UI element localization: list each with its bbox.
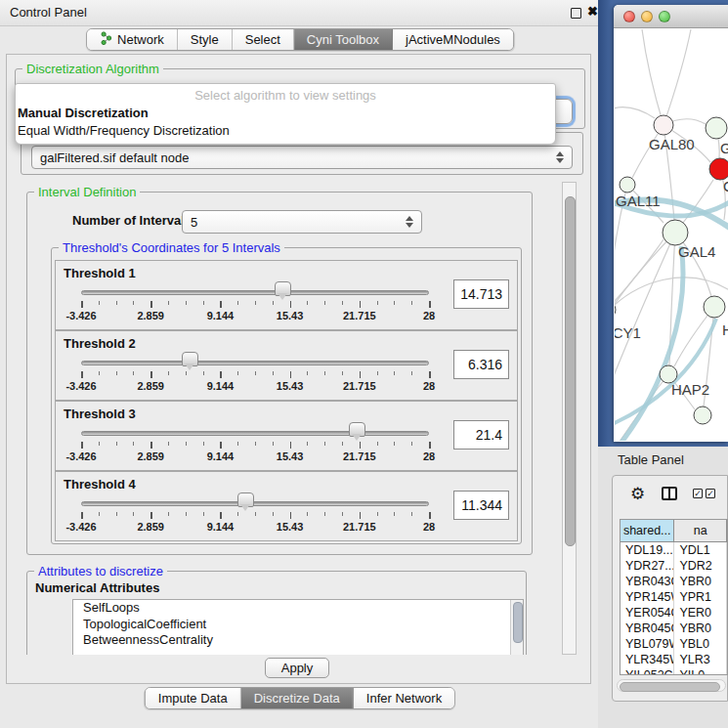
network-window-frame: GAL80GACGAL11GAL4GCY1HHAP2 xyxy=(598,0,728,447)
network-node-gal80[interactable] xyxy=(654,115,673,135)
threshold-panel-3: Threshold 3-3.4262.8599.14415.4321.71528… xyxy=(55,401,518,471)
minimize-traffic-light-icon[interactable] xyxy=(641,11,653,22)
threshold-slider-track[interactable] xyxy=(81,361,429,365)
tick-mark xyxy=(377,371,378,375)
tab-jactivemnodules[interactable]: jActiveMNodules xyxy=(393,29,513,50)
tick-label: 15.43 xyxy=(265,310,316,321)
network-node[interactable] xyxy=(694,407,711,424)
tick-mark xyxy=(168,371,169,375)
control-panel: Control Panel ✖ NetworkStyleSelectCyni T… xyxy=(0,0,598,728)
tick-mark xyxy=(99,512,100,516)
tick-mark xyxy=(411,442,412,446)
tick-label: 21.715 xyxy=(334,380,385,392)
attributes-scrollbar-thumb[interactable] xyxy=(513,602,523,643)
tick-mark xyxy=(273,442,274,446)
tick-label: 9.144 xyxy=(194,380,245,392)
attributes-scrollbar[interactable] xyxy=(510,600,523,655)
apply-button[interactable]: Apply xyxy=(265,658,329,678)
threshold-value-field[interactable]: 11.344 xyxy=(453,491,509,520)
column-header-shared[interactable]: shared... xyxy=(621,520,674,541)
threshold-slider-track[interactable] xyxy=(81,290,429,295)
table-row[interactable]: YER054CYER0 xyxy=(621,605,727,621)
number-of-intervals-label: Number of Intervals xyxy=(72,213,192,228)
columns-icon[interactable] xyxy=(662,487,677,500)
threshold-slider-track[interactable] xyxy=(81,431,429,436)
close-traffic-light-icon[interactable] xyxy=(623,11,635,22)
network-node-ga[interactable] xyxy=(706,117,727,139)
threshold-slider-thumb[interactable] xyxy=(237,492,254,507)
tab-select[interactable]: Select xyxy=(233,29,294,50)
tick-mark xyxy=(429,512,431,519)
table-horizontal-scrollbar[interactable] xyxy=(617,679,726,692)
network-window-titlebar[interactable] xyxy=(614,5,728,28)
table-cell: YDL1 xyxy=(674,542,727,558)
table-row[interactable]: YBR043CYBR0 xyxy=(621,574,727,589)
tick-mark xyxy=(411,371,412,375)
tab-network[interactable]: Network xyxy=(87,29,178,50)
network-node-label: GCY1 xyxy=(615,324,641,341)
close-icon[interactable]: ✖ xyxy=(587,4,598,19)
tick-mark xyxy=(237,512,238,516)
attribute-item-topologicalcoefficient[interactable]: TopologicalCoefficient xyxy=(73,617,523,633)
tick-mark xyxy=(237,371,238,375)
attribute-item-selfloops[interactable]: SelfLoops xyxy=(73,600,523,617)
tick-mark xyxy=(411,301,412,305)
table-row[interactable]: YDL19...YDL1 xyxy=(621,542,727,558)
tab-infer-network[interactable]: Infer Network xyxy=(354,688,454,708)
tab-discretize-data[interactable]: Discretize Data xyxy=(241,688,354,708)
table-row[interactable]: YDR27...YDR2 xyxy=(621,558,727,574)
tick-mark xyxy=(220,442,222,449)
threshold-value-field[interactable]: 6.316 xyxy=(453,350,509,379)
threshold-slider-track[interactable] xyxy=(81,501,429,506)
threshold-slider-thumb[interactable] xyxy=(182,352,198,366)
table-row[interactable]: YPR145WYPR1 xyxy=(621,589,727,605)
tick-mark xyxy=(273,512,274,516)
screen: Control Panel ✖ NetworkStyleSelectCyni T… xyxy=(0,0,728,728)
column-header-na[interactable]: na xyxy=(674,520,727,541)
tab-cyni-toolbox[interactable]: Cyni Toolbox xyxy=(294,29,393,50)
table-cell: YER0 xyxy=(674,605,727,621)
threshold-value-field[interactable]: 21.4 xyxy=(453,420,509,450)
table-row[interactable]: YIL052CYIL0 xyxy=(621,667,727,675)
discretization-algorithm-title: Discretization Algorithm xyxy=(22,62,163,76)
tick-label: 21.715 xyxy=(334,450,385,462)
network-canvas[interactable]: GAL80GACGAL11GAL4GCY1HHAP2 xyxy=(615,28,728,441)
algorithm-option-equal-width-frequency-discretization[interactable]: Equal Width/Frequency Discretization xyxy=(16,123,555,138)
table-row[interactable]: YBR045CYBR0 xyxy=(621,621,727,636)
tab-style[interactable]: Style xyxy=(178,29,233,50)
algorithm-option-manual-discretization[interactable]: Manual Discretization xyxy=(16,106,555,120)
network-node-gal4[interactable] xyxy=(663,220,688,245)
attribute-item-betweennesscentrality[interactable]: BetweennessCentrality xyxy=(73,632,523,649)
table-row[interactable]: YLR345WYLR3 xyxy=(621,652,727,667)
tick-mark xyxy=(360,371,362,378)
tab-impute-data[interactable]: Impute Data xyxy=(146,688,241,708)
checkbox-icon[interactable]: ✓ xyxy=(693,489,703,498)
bottom-tab-bar: Impute DataDiscretize DataInfer Network xyxy=(145,687,455,709)
attributes-listbox[interactable]: SelfLoopsTopologicalCoefficientBetweenne… xyxy=(72,599,524,655)
threshold-slider-thumb[interactable] xyxy=(275,281,291,296)
tick-mark xyxy=(290,512,292,519)
table-row[interactable]: YBL079WYBL0 xyxy=(621,636,727,652)
tick-label: 15.43 xyxy=(265,380,316,392)
settings-scrollbar-thumb[interactable] xyxy=(565,196,576,546)
settings-scrollbar[interactable] xyxy=(562,182,577,655)
table-data-combobox[interactable]: galFiltered.sif default node xyxy=(31,146,573,169)
tick-mark xyxy=(307,512,308,516)
tick-mark xyxy=(429,371,431,378)
checkbox-icon[interactable]: ✓ xyxy=(706,489,715,498)
tick-mark xyxy=(360,301,362,308)
network-node-h[interactable] xyxy=(704,296,725,318)
number-of-intervals-combobox[interactable]: 5 xyxy=(182,210,422,234)
gear-icon[interactable]: ⚙ xyxy=(630,484,645,504)
table-horizontal-scrollbar-thumb[interactable] xyxy=(620,682,720,692)
threshold-value-field[interactable]: 14.713 xyxy=(453,279,509,309)
float-window-icon[interactable] xyxy=(571,8,581,19)
zoom-traffic-light-icon[interactable] xyxy=(659,11,670,22)
tick-mark xyxy=(307,301,308,305)
network-node-c[interactable] xyxy=(709,158,728,180)
table-cell: YBR045C xyxy=(621,621,674,636)
tick-label: -3.426 xyxy=(56,380,107,392)
network-node-gal11[interactable] xyxy=(620,177,635,193)
threshold-slider-thumb[interactable] xyxy=(349,422,365,437)
algorithm-dropdown-popup: Select algorithm to view settings Manual… xyxy=(15,83,556,145)
